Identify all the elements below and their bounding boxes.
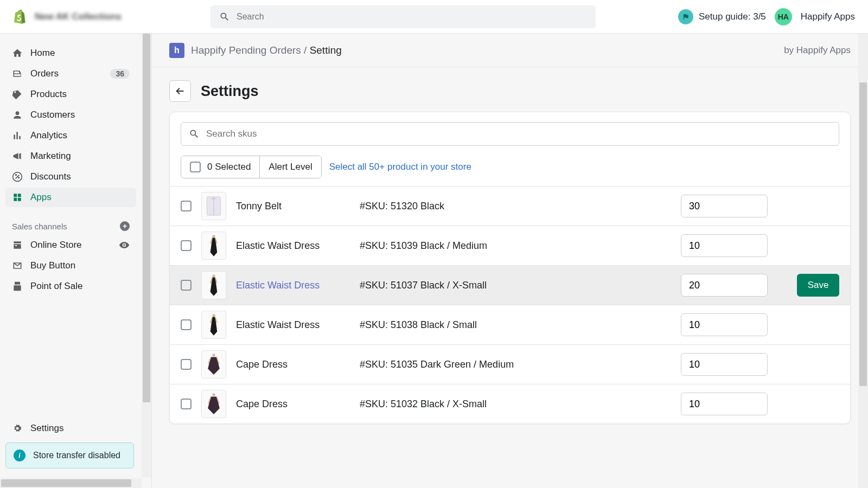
sidebar-item-customers[interactable]: Customers bbox=[5, 105, 136, 125]
alert-qty-input[interactable] bbox=[681, 234, 768, 257]
global-search[interactable] bbox=[210, 5, 596, 28]
avatar[interactable]: HA bbox=[775, 8, 792, 25]
sidebar: HomeOrders36ProductsCustomersAnalyticsMa… bbox=[0, 34, 142, 478]
alert-qty-input[interactable] bbox=[681, 353, 768, 376]
svg-point-1 bbox=[212, 235, 215, 237]
nav-icon bbox=[12, 110, 23, 120]
product-sku: #SKU: 51037 Black / X-Small bbox=[360, 280, 671, 291]
section-sales-channels: Sales channels + bbox=[5, 208, 136, 235]
sidebar-item-orders[interactable]: Orders36 bbox=[5, 64, 136, 84]
user-name[interactable]: Happify Apps bbox=[801, 11, 855, 22]
product-sku: #SKU: 51038 Black / Small bbox=[360, 319, 671, 331]
alert-qty-input[interactable] bbox=[681, 393, 768, 415]
row-checkbox[interactable] bbox=[181, 319, 192, 330]
sidebar-channel-point-of-sale[interactable]: Point of Sale bbox=[5, 277, 136, 296]
sidebar-channel-buy-button[interactable]: Buy Button bbox=[5, 256, 136, 275]
product-sku: #SKU: 51320 Black bbox=[360, 201, 671, 212]
channel-label: Buy Button bbox=[30, 260, 75, 271]
nav-icon bbox=[12, 48, 23, 59]
product-name: Tonny Belt bbox=[236, 201, 350, 212]
main-scrollbar-v[interactable] bbox=[858, 34, 868, 488]
info-icon: i bbox=[14, 450, 25, 461]
select-all-link[interactable]: Select all 50+ product in your store bbox=[329, 162, 471, 172]
channel-icon bbox=[12, 281, 23, 292]
back-button[interactable] bbox=[169, 80, 191, 102]
alert-qty-input[interactable] bbox=[681, 274, 768, 297]
nav-icon bbox=[12, 151, 23, 162]
main-content: h Happify Pending Orders / Setting by Ha… bbox=[152, 34, 868, 488]
sidebar-scrollbar-h[interactable] bbox=[0, 478, 142, 488]
row-checkbox[interactable] bbox=[181, 399, 192, 409]
product-name: Cape Dress bbox=[236, 399, 350, 410]
row-checkbox[interactable] bbox=[181, 240, 192, 251]
product-row: Elastic Waist Dress#SKU: 51037 Black / X… bbox=[170, 265, 850, 305]
setup-guide-label: Setup guide: 3/5 bbox=[699, 11, 766, 22]
svg-point-3 bbox=[212, 314, 215, 317]
product-row: Cape Dress#SKU: 51032 Black / X-Small bbox=[170, 384, 850, 423]
alert-level-button[interactable]: Alert Level bbox=[259, 156, 321, 178]
sku-search[interactable] bbox=[181, 122, 839, 146]
sidebar-item-label: Customers bbox=[30, 110, 75, 120]
page-header: Settings bbox=[152, 67, 868, 108]
product-sku: #SKU: 51032 Black / X-Small bbox=[360, 399, 671, 410]
channel-label: Point of Sale bbox=[30, 281, 82, 292]
sidebar-item-label: Orders bbox=[30, 68, 59, 79]
product-row: Elastic Waist Dress#SKU: 51038 Black / S… bbox=[170, 305, 850, 344]
product-sku: #SKU: 51035 Dark Green / Medium bbox=[360, 359, 671, 370]
nav-icon bbox=[12, 192, 23, 203]
alert-qty-input[interactable] bbox=[681, 195, 768, 217]
channel-icon bbox=[12, 240, 23, 251]
sidebar-item-discounts[interactable]: Discounts bbox=[5, 167, 136, 187]
sidebar-item-home[interactable]: Home bbox=[5, 43, 136, 63]
global-search-input[interactable] bbox=[237, 12, 587, 22]
breadcrumb[interactable]: Happify Pending Orders / Setting bbox=[191, 44, 342, 56]
row-checkbox[interactable] bbox=[181, 280, 192, 291]
selected-count-button[interactable]: 0 Selected bbox=[181, 156, 259, 178]
store-transfer-label: Store transfer disabled bbox=[33, 451, 120, 460]
add-channel-icon[interactable]: + bbox=[120, 221, 130, 231]
sidebar-item-label: Apps bbox=[30, 192, 52, 203]
product-thumbnail bbox=[201, 350, 226, 378]
sidebar-channel-online-store[interactable]: Online Store bbox=[5, 235, 136, 255]
setup-guide[interactable]: Setup guide: 3/5 bbox=[678, 9, 766, 24]
orders-badge: 36 bbox=[110, 69, 130, 79]
row-checkbox[interactable] bbox=[181, 201, 192, 211]
svg-point-4 bbox=[212, 354, 215, 356]
row-checkbox[interactable] bbox=[181, 359, 192, 370]
sidebar-item-products[interactable]: Products bbox=[5, 85, 136, 104]
app-icon: h bbox=[169, 43, 184, 58]
sidebar-item-marketing[interactable]: Marketing bbox=[5, 146, 136, 166]
product-row: Elastic Waist Dress#SKU: 51039 Black / M… bbox=[170, 226, 850, 265]
product-name[interactable]: Elastic Waist Dress bbox=[236, 280, 350, 291]
sidebar-item-analytics[interactable]: Analytics bbox=[5, 126, 136, 145]
sidebar-scrollbar-v[interactable] bbox=[142, 34, 151, 477]
sku-search-input[interactable] bbox=[206, 129, 831, 139]
select-all-checkbox[interactable] bbox=[190, 162, 201, 172]
product-row: Tonny Belt#SKU: 51320 Black bbox=[170, 186, 850, 226]
product-sku: #SKU: 51039 Black / Medium bbox=[360, 240, 671, 252]
store-transfer-notice[interactable]: i Store transfer disabled bbox=[5, 442, 134, 468]
sidebar-settings-label: Settings bbox=[30, 423, 63, 434]
sidebar-item-settings[interactable]: Settings bbox=[5, 419, 136, 438]
product-thumbnail bbox=[201, 192, 226, 220]
flag-icon bbox=[678, 9, 693, 24]
search-icon bbox=[219, 11, 230, 22]
sidebar-container: HomeOrders36ProductsCustomersAnalyticsMa… bbox=[0, 34, 152, 488]
breadcrumb-bar: h Happify Pending Orders / Setting by Ha… bbox=[152, 34, 868, 67]
alert-qty-input[interactable] bbox=[681, 313, 768, 336]
page-title: Settings bbox=[201, 83, 259, 100]
arrow-left-icon bbox=[174, 85, 186, 97]
by-text: by Happify Apps bbox=[784, 45, 851, 56]
svg-point-5 bbox=[212, 393, 215, 396]
product-name: Elastic Waist Dress bbox=[236, 240, 350, 252]
save-button[interactable]: Save bbox=[797, 274, 839, 297]
store-name: New AK Collections bbox=[35, 11, 122, 22]
eye-icon[interactable] bbox=[119, 240, 130, 251]
sidebar-item-label: Analytics bbox=[30, 130, 67, 141]
product-row: Cape Dress#SKU: 51035 Dark Green / Mediu… bbox=[170, 344, 850, 384]
product-thumbnail bbox=[201, 232, 226, 260]
product-thumbnail bbox=[201, 311, 226, 339]
product-thumbnail bbox=[201, 390, 226, 418]
nav-icon bbox=[12, 89, 23, 100]
sidebar-item-apps[interactable]: Apps bbox=[5, 188, 136, 207]
